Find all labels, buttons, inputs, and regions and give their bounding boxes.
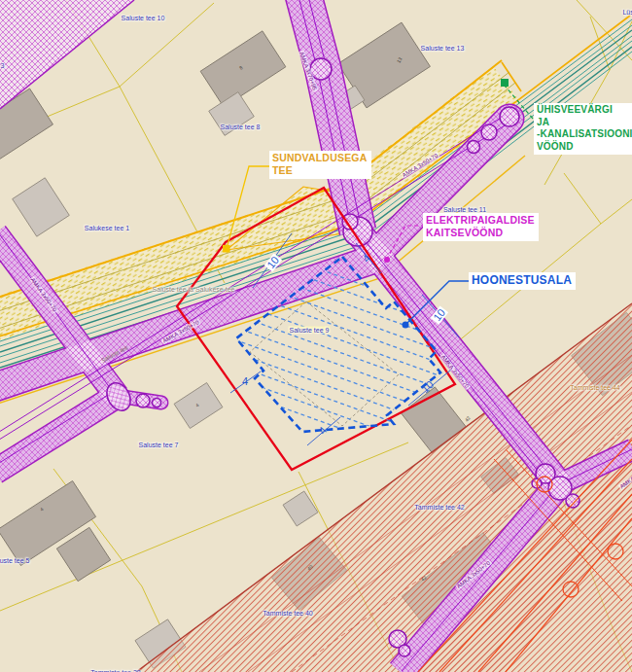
parcel-label: Tammiste tee 42 [414,504,464,511]
map-canvas[interactable]: Saluste tee 10 Saluste tee 8 Saluste tee… [0,0,632,672]
callout-line: ÜHISVEEVÄRGI [537,104,632,117]
callout-line: ELEKTRIPAIGALDISE [426,214,535,227]
dimension-label: 4 [242,376,248,387]
parcel-label: Saluste tee 11 [443,206,486,213]
callout-uhisveevargi-voond: ÜHISVEEVÄRGI JA -KANALISATSIOONI VÖÖND [534,103,632,155]
parcel-label: Saluste tee 13 [421,45,465,52]
parcel-label: Salukese tee 1 [85,225,129,231]
callout-sundvaldusega-tee: SUNDVALDUSEGA TEE [269,151,371,179]
magenta-marker [384,257,390,263]
callout-line: JA [537,117,632,129]
parcel-label: Tammiste tee 44 [570,384,619,391]
yellow-marker [223,245,230,253]
callout-hoonestusala: HOONESTUSALA [469,272,576,290]
parcel-label: Saluste tee 3 [0,62,4,69]
building [283,491,318,526]
callout-line: SUNDVALDUSEGA [272,152,368,164]
map-graphics [0,0,632,672]
green-marker [501,79,509,87]
parcel-label: Lüst [622,9,632,16]
parcel-label: Saluste tee 5 [0,557,29,564]
callout-line: TEE [272,164,368,177]
parcel-label: Saluste tee 7 [139,442,179,448]
callout-line: KAITSEVÖÖND [426,227,535,239]
parcel-label: Saluste tee 9 [289,327,331,334]
callout-line: -KANALISATSIOONI [537,128,632,141]
callout-line: HOONESTUSALA [472,273,572,288]
callout-elektripaigaldise-kaitsevoond: ELEKTRIPAIGALDISE KAITSEVÖÖND [423,213,539,241]
building [13,178,70,236]
callout-line: VÖÖND [537,141,632,154]
parcel-label: Saluste tee 10 [122,15,165,21]
footprint-dashed-gray [250,301,399,426]
road-junction-label: Saluste tee ja Salukese tee [153,286,235,293]
parcel-label: Saluste tee 8 [221,124,261,130]
blue-marker [403,322,409,329]
parcel-label: Tammiste tee 40 [263,610,312,617]
parcel-label: Tammiste tee 38 [90,669,140,672]
